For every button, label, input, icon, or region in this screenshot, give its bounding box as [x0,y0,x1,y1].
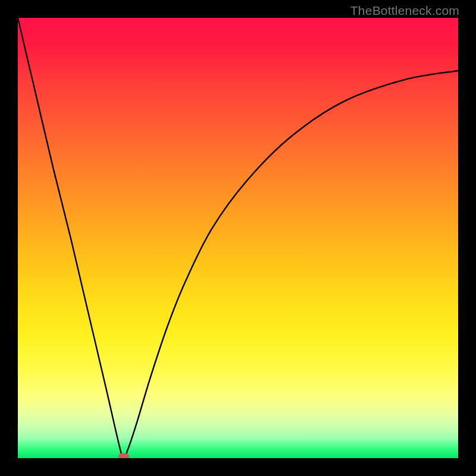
watermark-text: TheBottleneck.com [350,4,459,18]
plot-area [18,18,458,458]
curve-path [18,18,458,458]
optimal-point-marker [118,453,129,458]
bottleneck-curve [18,18,458,458]
chart-frame: TheBottleneck.com [0,0,476,476]
